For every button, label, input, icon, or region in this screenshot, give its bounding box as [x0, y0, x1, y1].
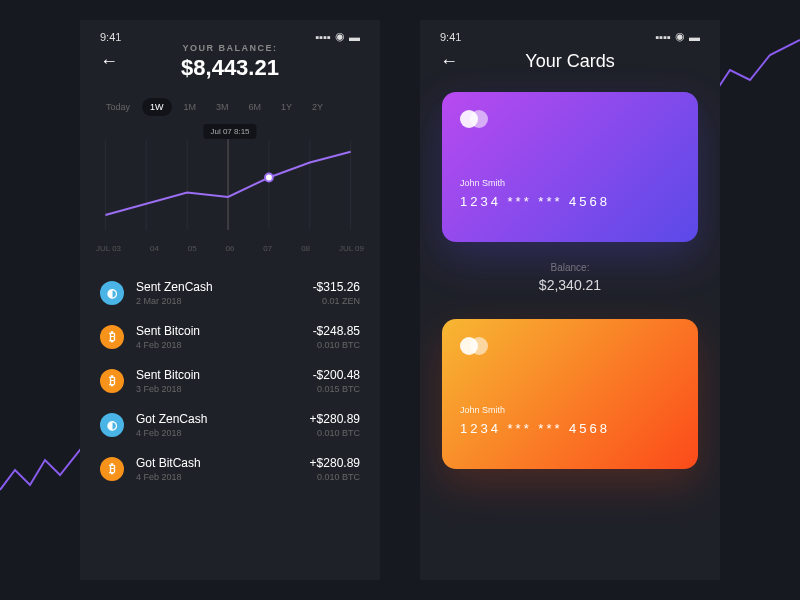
wifi-icon: ◉ [675, 30, 685, 43]
tx-date: 3 Feb 2018 [136, 384, 313, 394]
wifi-icon: ◉ [335, 30, 345, 43]
back-button[interactable]: ← [440, 51, 458, 72]
range-tab-3m[interactable]: 3M [208, 98, 237, 116]
balance-chart[interactable]: Jul 07 8:15 [84, 120, 376, 244]
card-balance-amount: $2,340.21 [442, 277, 698, 293]
credit-card-purple[interactable]: John Smith 1234 *** *** 4568 [442, 92, 698, 242]
tx-date: 4 Feb 2018 [136, 472, 310, 482]
balance-amount: $8,443.21 [181, 55, 279, 81]
tx-amount: +$280.89 [310, 456, 360, 470]
battery-icon: ▬ [349, 31, 360, 43]
card-balance-label: Balance: [442, 262, 698, 273]
tx-amount: -$248.85 [313, 324, 360, 338]
transaction-list: ◐Sent ZenCash2 Mar 2018-$315.260.01 ZEN₿… [80, 263, 380, 491]
x-tick: 05 [188, 244, 197, 253]
chart-tooltip: Jul 07 8:15 [203, 124, 256, 139]
chart-x-axis: JUL 030405060708JUL 09 [80, 244, 380, 263]
credit-card-orange[interactable]: John Smith 1234 *** *** 4568 [442, 319, 698, 469]
transaction-row[interactable]: ₿Got BitCash4 Feb 2018+$280.890.010 BTC [100, 447, 360, 491]
tx-amount: +$280.89 [310, 412, 360, 426]
range-tab-1m[interactable]: 1M [176, 98, 205, 116]
balance-screen: 9:41 ▪▪▪▪ ◉ ▬ ← YOUR BALANCE: $8,443.21 … [80, 20, 380, 580]
tx-amount: -$200.48 [313, 368, 360, 382]
btc-icon: ₿ [100, 457, 124, 481]
tx-unit: 0.010 BTC [310, 472, 360, 482]
signal-icon: ▪▪▪▪ [315, 31, 331, 43]
range-tab-6m[interactable]: 6M [241, 98, 270, 116]
back-button[interactable]: ← [100, 51, 118, 72]
transaction-row[interactable]: ₿Sent Bitcoin4 Feb 2018-$248.850.010 BTC [100, 315, 360, 359]
tx-title: Got ZenCash [136, 412, 310, 426]
header: ← YOUR BALANCE: $8,443.21 [80, 47, 380, 80]
card-holder: John Smith [460, 178, 680, 188]
cards-screen: 9:41 ▪▪▪▪ ◉ ▬ ← Your Cards John Smith 12… [420, 20, 720, 580]
status-icons: ▪▪▪▪ ◉ ▬ [315, 30, 360, 43]
btc-icon: ₿ [100, 325, 124, 349]
card-balance-block: Balance: $2,340.21 [442, 242, 698, 319]
transaction-row[interactable]: ◐Got ZenCash4 Feb 2018+$280.890.010 BTC [100, 403, 360, 447]
tx-date: 2 Mar 2018 [136, 296, 313, 306]
range-tab-2y[interactable]: 2Y [304, 98, 331, 116]
card-number: 1234 *** *** 4568 [460, 421, 680, 436]
transaction-row[interactable]: ₿Sent Bitcoin3 Feb 2018-$200.480.015 BTC [100, 359, 360, 403]
tx-title: Sent ZenCash [136, 280, 313, 294]
x-tick: 08 [301, 244, 310, 253]
tx-amount: -$315.26 [313, 280, 360, 294]
tx-date: 4 Feb 2018 [136, 340, 313, 350]
status-icons: ▪▪▪▪ ◉ ▬ [655, 30, 700, 43]
tx-unit: 0.010 BTC [310, 428, 360, 438]
x-tick: 06 [226, 244, 235, 253]
x-tick: 07 [263, 244, 272, 253]
tx-unit: 0.015 BTC [313, 384, 360, 394]
page-title: Your Cards [525, 51, 614, 72]
svg-point-8 [265, 174, 273, 182]
header: ← Your Cards [420, 47, 720, 80]
btc-icon: ₿ [100, 369, 124, 393]
range-tab-1y[interactable]: 1Y [273, 98, 300, 116]
card-number: 1234 *** *** 4568 [460, 194, 680, 209]
range-tab-1w[interactable]: 1W [142, 98, 172, 116]
mastercard-icon [460, 110, 680, 128]
tx-title: Sent Bitcoin [136, 324, 313, 338]
x-tick: 04 [150, 244, 159, 253]
tx-title: Got BitCash [136, 456, 310, 470]
tx-title: Sent Bitcoin [136, 368, 313, 382]
x-tick: JUL 03 [96, 244, 121, 253]
zen-icon: ◐ [100, 281, 124, 305]
card-holder: John Smith [460, 405, 680, 415]
status-time: 9:41 [100, 31, 121, 43]
x-tick: JUL 09 [339, 244, 364, 253]
transaction-row[interactable]: ◐Sent ZenCash2 Mar 2018-$315.260.01 ZEN [100, 271, 360, 315]
zen-icon: ◐ [100, 413, 124, 437]
mastercard-icon [460, 337, 680, 355]
balance-label: YOUR BALANCE: [181, 43, 279, 53]
signal-icon: ▪▪▪▪ [655, 31, 671, 43]
battery-icon: ▬ [689, 31, 700, 43]
tx-unit: 0.010 BTC [313, 340, 360, 350]
tx-date: 4 Feb 2018 [136, 428, 310, 438]
status-time: 9:41 [440, 31, 461, 43]
status-bar: 9:41 ▪▪▪▪ ◉ ▬ [420, 20, 720, 47]
tx-unit: 0.01 ZEN [313, 296, 360, 306]
range-tabs: Today1W1M3M6M1Y2Y [80, 80, 380, 120]
range-tab-today[interactable]: Today [98, 98, 138, 116]
